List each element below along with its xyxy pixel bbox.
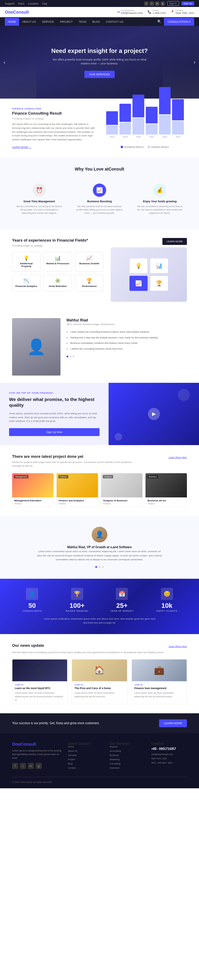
test2-dot-2[interactable]: [99, 566, 100, 568]
news-title: Our news update: [12, 643, 44, 648]
nav-service[interactable]: SERVICE: [39, 18, 57, 26]
hero-cta-button[interactable]: OUR SERVICES: [84, 71, 115, 78]
news-content-2: JUNE 03 The Pros and Cons of a home Lore…: [72, 681, 127, 701]
footer-service-1[interactable]: Finance: [110, 745, 145, 748]
test-point-1: I have started my consulting business fi…: [67, 329, 187, 335]
footer-service-5[interactable]: Consulting: [110, 762, 145, 765]
news-card-3[interactable]: 💼 JUNE 03 Finance loan management Lorem …: [132, 659, 187, 705]
person-photo: 👤: [12, 318, 60, 375]
footer-grid: OneConsult Lorem Ipsum is simply dummy t…: [12, 742, 187, 771]
testimonial1-role: SEO, Visioner, Business Angel, Entrepren…: [67, 323, 187, 326]
signup-button[interactable]: Sign Up: [181, 2, 194, 5]
why-card-2-desc: We offer powerful tools to increase busi…: [75, 205, 123, 215]
exp-card-6: 🏆 Performance: [75, 275, 103, 291]
projects-learn-more[interactable]: Learn More Here: [169, 456, 187, 459]
nav-home[interactable]: HOME: [5, 18, 19, 26]
test2-dot-1[interactable]: [95, 566, 97, 568]
play-button[interactable]: ▶: [148, 408, 160, 420]
signin-button[interactable]: Sign In: [167, 1, 179, 6]
exp-icon-3: 📈: [78, 255, 101, 261]
email-label: Email Address: [121, 10, 143, 11]
nav-team[interactable]: TEAM: [76, 18, 89, 26]
nav-about[interactable]: ABOUT US: [19, 18, 39, 26]
bar-label-2: 2019: [123, 136, 127, 138]
topbar-faq[interactable]: Faq: [42, 2, 47, 5]
footer-social: f t in g: [12, 763, 62, 769]
topbar-support[interactable]: Support: [5, 2, 14, 5]
footer-quick-links-col: Quick Contact Home About Us Services Pro…: [68, 742, 104, 771]
hero-prev-arrow[interactable]: ‹: [4, 60, 5, 65]
stat-card-2: 🏆 100+ RAISED RANKING: [57, 588, 97, 612]
stat-number-1: 50: [12, 602, 53, 609]
social-icons: f t in g: [144, 2, 165, 6]
footer-link-project[interactable]: Project: [68, 758, 104, 761]
deco-circle-1: [178, 389, 190, 401]
news-card-2[interactable]: 🏠 JUNE 03 The Pros and Cons of a home Lo…: [72, 659, 127, 705]
test-dot-2[interactable]: [70, 356, 72, 357]
exp-desc: Providing insight on strategy: [12, 244, 103, 247]
test-dot-1[interactable]: [67, 356, 68, 357]
footer-service-2[interactable]: Accounting: [110, 749, 145, 752]
stat-label-3: YEAR OF MARKET: [102, 609, 142, 612]
why-card-3-title: Enjoy Your funds growing: [136, 200, 184, 203]
linkedin-icon[interactable]: in: [155, 2, 159, 6]
bar-light-3: [132, 118, 144, 135]
why-card-1-title: Great Time Management: [15, 200, 63, 203]
learn-more-button[interactable]: LEARN MORE: [162, 238, 187, 245]
footer-logo[interactable]: OneConsult: [12, 742, 62, 746]
exp-card-3: 📈 Business Growth: [75, 252, 103, 272]
footer-service-4[interactable]: Marketing: [110, 758, 145, 761]
promise-cta-button[interactable]: Sign Up Now: [9, 428, 100, 436]
exp-illustration: 💡 📊 📈 🏆: [111, 247, 187, 302]
footer-copyright: © 2023 OneConsult. All rights reserved.: [12, 781, 52, 783]
exp-icon-1: 💡: [15, 255, 38, 261]
exp-card-2: 📊 Market & Processes: [43, 252, 72, 272]
bar-blue-5: [159, 87, 171, 114]
footer-quick-links-title: Quick Contact: [68, 742, 104, 745]
test2-dot-3[interactable]: [102, 566, 104, 568]
nav-blog[interactable]: BLOG: [89, 18, 103, 26]
logo[interactable]: OneConsult: [5, 10, 29, 14]
google-icon[interactable]: g: [161, 2, 165, 6]
exp-icon-5: ✳️: [46, 278, 69, 284]
footer-link-blog[interactable]: Blog: [68, 762, 104, 765]
finance-subtitle: Providing insights on strategy: [12, 117, 96, 120]
footer-linkedin-icon[interactable]: in: [28, 763, 34, 769]
footer-google-icon[interactable]: g: [36, 763, 42, 769]
hero-next-arrow[interactable]: ›: [194, 60, 195, 65]
exp-card-5-title: Grow Retention: [46, 285, 69, 288]
twitter-icon[interactable]: t: [150, 2, 154, 6]
exp-left: Years of experiences in Financial Fields…: [12, 238, 103, 291]
testimonial2-avatar: 👤: [92, 527, 107, 542]
test-dot-3[interactable]: [73, 356, 75, 357]
topbar-location[interactable]: Location: [28, 2, 38, 5]
footer-link-services[interactable]: Services: [68, 754, 104, 757]
footer-facebook-icon[interactable]: f: [12, 763, 18, 769]
project-card-2: Finance Finance and Analytics Finance: [57, 473, 98, 507]
footer-service-6[interactable]: Insurance: [110, 767, 145, 769]
news-learn-more[interactable]: Learn More Here: [169, 645, 187, 648]
consultation-button[interactable]: CONSULTATION ▾: [164, 18, 194, 26]
project-info-4: Business All Inc Finance: [145, 497, 187, 507]
clock-icon: ⏰: [36, 187, 43, 194]
search-icon[interactable]: 🔍: [155, 17, 164, 26]
news-img-1: ₿: [13, 659, 67, 681]
news-desc-1: Lorem ipsum dolor sit amet consectetur a…: [15, 691, 65, 702]
footer-link-about[interactable]: About Us: [68, 749, 104, 752]
footer-email[interactable]: info@oneconsult.com: [151, 753, 187, 756]
promise-description: Great advice, powerful tools increase pr…: [9, 412, 100, 423]
news-desc-2: Lorem ipsum dolor sit amet consectetur a…: [75, 691, 124, 698]
bar-light-4: [146, 124, 158, 135]
footer-twitter-icon[interactable]: t: [20, 763, 26, 769]
footer-service-3[interactable]: Business: [110, 754, 145, 757]
cta-button[interactable]: LEARN MORE: [159, 719, 187, 727]
exp-card-4: 📉 Financial Analytics: [12, 275, 41, 291]
footer-link-home[interactable]: Home: [68, 745, 104, 748]
footer-link-contact[interactable]: Contact: [68, 767, 104, 769]
topbar-docs[interactable]: Docs: [18, 2, 24, 5]
finance-learn-more[interactable]: LEARN MORE →: [12, 146, 31, 148]
facebook-icon[interactable]: f: [144, 2, 148, 6]
news-card-1[interactable]: ₿ JUNE 03 Learn as the most liquid BTC L…: [12, 659, 67, 705]
nav-contact[interactable]: CONTACT US: [103, 18, 126, 26]
nav-project[interactable]: PROJECT: [57, 18, 76, 26]
